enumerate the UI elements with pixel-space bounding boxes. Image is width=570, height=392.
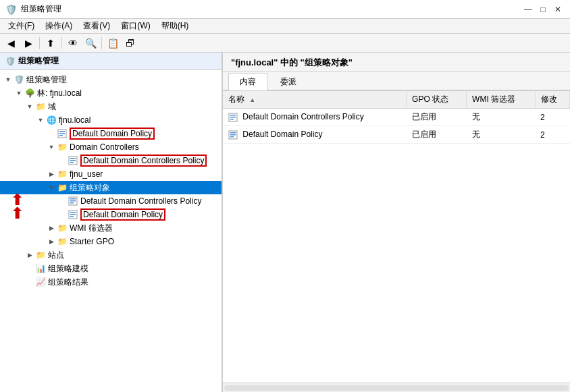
tree-node-default-dc-policy[interactable]: Default Domain Controllers Policy ⬇ — [0, 154, 222, 167]
refresh-button[interactable]: 🔍 — [82, 36, 99, 51]
toolbar-separator-3 — [101, 37, 102, 49]
left-header-icon: 🛡️ — [5, 57, 16, 66]
new-window-button[interactable]: 🗗 — [122, 36, 138, 51]
tab-content[interactable]: 内容 — [228, 73, 267, 90]
expander-results — [24, 277, 35, 287]
label-gpo-dp: Default Domain Policy — [80, 208, 165, 221]
tree-node-starter-gpo[interactable]: ▶ 📁 Starter GPO — [0, 235, 222, 248]
label-results: 组策略结果 — [48, 277, 88, 288]
main-area: 🛡️ 组策略管理 ▼ 🛡️ 组策略管理 ▼ 🌳 林: fjnu.local ▼ — [0, 53, 570, 392]
table-row[interactable]: Default Domain Policy 已启用 无 2 — [223, 126, 570, 144]
icon-dc: 📁 — [57, 142, 68, 152]
tab-delegation[interactable]: 委派 — [269, 73, 308, 90]
left-panel-header: 🛡️ 组策略管理 — [0, 53, 222, 70]
properties-button[interactable]: 📋 — [105, 36, 121, 51]
label-wmi: WMI 筛选器 — [70, 223, 113, 234]
menu-window[interactable]: 窗口(W) — [115, 19, 155, 33]
right-panel-header: "fjnu.local" 中的 "组策略对象" — [223, 53, 570, 72]
expander-dc[interactable]: ▼ — [46, 142, 57, 152]
expander-fjnu-user[interactable]: ▶ — [46, 169, 57, 179]
table-area[interactable]: 名称 ▲ GPO 状态 WMI 筛选器 修改 — [223, 91, 570, 383]
menu-action[interactable]: 操作(A) — [40, 19, 78, 33]
svg-rect-22 — [230, 134, 236, 136]
expander-wmi[interactable]: ▶ — [46, 223, 57, 233]
expander-forest[interactable]: ▼ — [14, 88, 24, 99]
sort-arrow-name: ▲ — [249, 96, 255, 103]
tree-node-gpo-dc-policy[interactable]: Default Domain Controllers Policy ⬆ — [0, 194, 222, 208]
svg-rect-19 — [230, 119, 234, 120]
expander-gpo-dp — [57, 209, 68, 220]
expander-sites[interactable]: ▶ — [24, 250, 35, 260]
bottom-scrollbar[interactable] — [223, 383, 570, 392]
col-name[interactable]: 名称 ▲ — [223, 91, 407, 109]
expander-domains[interactable]: ▼ — [24, 101, 35, 112]
tree-node-gpo[interactable]: ▼ 📁 组策略对象 — [0, 181, 222, 194]
svg-rect-18 — [230, 117, 236, 118]
cell-wmi-2: 无 — [467, 126, 536, 144]
minimize-button[interactable]: — — [521, 3, 535, 16]
label-starter: Starter GPO — [70, 237, 114, 246]
tree-node-sites[interactable]: ▶ 📁 站点 — [0, 248, 222, 262]
expander-fjnu-local[interactable]: ▼ — [35, 115, 46, 125]
tree-node-wmi[interactable]: ▶ 📁 WMI 筛选器 — [0, 221, 222, 235]
tree-node-domains[interactable]: ▼ 📁 域 — [0, 100, 222, 113]
tree-node-gp-modeling[interactable]: 📊 组策略建模 — [0, 262, 222, 275]
tree-node-gpo-domain-policy[interactable]: Default Domain Policy ⬆ — [0, 208, 222, 221]
menu-file[interactable]: 文件(F) — [3, 19, 40, 33]
forward-button[interactable]: ▶ — [20, 36, 36, 51]
label-gpo-dc: Default Domain Controllers Policy — [80, 196, 201, 206]
back-button[interactable]: ◀ — [3, 36, 19, 51]
table-header-row: 名称 ▲ GPO 状态 WMI 筛选器 修改 — [223, 91, 570, 109]
icon-starter: 📁 — [57, 236, 68, 247]
icon-modeling: 📊 — [35, 263, 46, 274]
label-fjnu-local: fjnu.local — [59, 115, 90, 125]
tab-bar: 内容 委派 — [223, 72, 570, 91]
show-hide-button[interactable]: 👁 — [65, 36, 81, 51]
icon-ddp — [57, 128, 68, 139]
title-controls: — □ ✕ — [521, 3, 565, 16]
svg-rect-10 — [70, 200, 76, 202]
scrollbar-track[interactable] — [224, 385, 569, 391]
expander-gpo[interactable]: ▼ — [46, 182, 57, 193]
app-icon: 🛡️ — [5, 4, 17, 15]
icon-sites: 📁 — [35, 250, 46, 260]
expander-ddp — [46, 128, 57, 139]
label-gpo: 组策略对象 — [70, 182, 110, 194]
svg-rect-2 — [59, 133, 65, 134]
label-forest: 林: fjnu.local — [37, 88, 82, 99]
col-wmi-filter[interactable]: WMI 筛选器 — [467, 91, 536, 109]
table-row[interactable]: Default Domain Controllers Policy 已启用 无 … — [223, 109, 570, 126]
menu-help[interactable]: 帮助(H) — [156, 19, 195, 33]
expander-gpm[interactable]: ▼ — [3, 74, 14, 85]
label-gpm: 组策略管理 — [26, 74, 67, 86]
svg-rect-23 — [230, 136, 234, 138]
tree-area[interactable]: ▼ 🛡️ 组策略管理 ▼ 🌳 林: fjnu.local ▼ 📁 域 — [0, 70, 222, 392]
col-modified[interactable]: 修改 — [535, 91, 569, 109]
left-header-label: 组策略管理 — [18, 55, 59, 67]
tree-node-default-domain-policy[interactable]: Default Domain Policy — [0, 127, 222, 140]
svg-rect-7 — [70, 162, 74, 163]
col-gpo-status[interactable]: GPO 状态 — [407, 91, 467, 109]
icon-gpo: 📁 — [57, 182, 68, 193]
svg-rect-14 — [70, 214, 76, 215]
close-button[interactable]: ✕ — [551, 3, 565, 16]
tree-node-fjnu-local[interactable]: ▼ 🌐 fjnu.local — [0, 113, 222, 127]
cell-modified-1: 2 — [535, 109, 569, 126]
tree-node-gp-results[interactable]: 📈 组策略结果 — [0, 275, 222, 289]
tree-node-gpm[interactable]: ▼ 🛡️ 组策略管理 — [0, 73, 222, 86]
red-up-arrow-2: ⬆ — [11, 206, 23, 221]
icon-ddcp — [68, 155, 78, 166]
expander-starter[interactable]: ▶ — [46, 236, 57, 247]
maximize-button[interactable]: □ — [536, 3, 550, 16]
svg-rect-15 — [70, 216, 74, 217]
cell-name-1: Default Domain Controllers Policy — [223, 109, 407, 126]
icon-fjnu-local: 🌐 — [46, 115, 57, 125]
tree-node-forest[interactable]: ▼ 🌳 林: fjnu.local — [0, 86, 222, 100]
menu-view[interactable]: 查看(V) — [78, 19, 115, 33]
right-header-text: "fjnu.local" 中的 "组策略对象" — [231, 57, 353, 67]
tree-node-domain-controllers[interactable]: ▼ 📁 Domain Controllers — [0, 140, 222, 154]
tree-node-fjnu-user[interactable]: ▶ 📁 fjnu_user — [0, 167, 222, 181]
up-button[interactable]: ⬆ — [43, 36, 59, 51]
icon-wmi: 📁 — [57, 223, 68, 233]
expander-modeling — [24, 263, 35, 274]
